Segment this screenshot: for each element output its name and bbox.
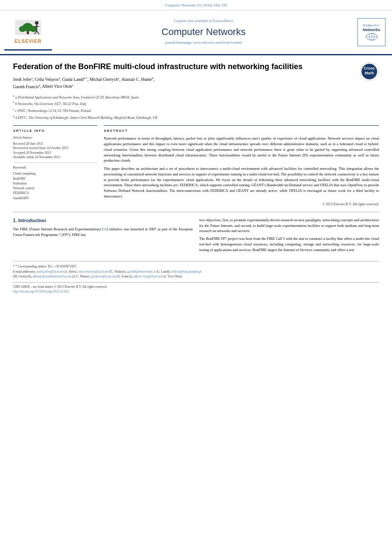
intro-para-right-2: The BonFIRE FP7 project was born from th… bbox=[199, 236, 379, 252]
email-albert: albert.vico@i2cat.net bbox=[134, 274, 162, 278]
contents-line: Contents lists available at ScienceDirec… bbox=[174, 19, 233, 24]
affiliations: a a Distributed Applications and Network… bbox=[13, 94, 379, 121]
email-jordi-name: (J. Jofre), bbox=[65, 270, 78, 274]
info-divider bbox=[13, 162, 97, 163]
journal-citation: Computer Networks 61 (2014) 184–195 bbox=[165, 3, 227, 7]
keyword-federation: Federation bbox=[13, 181, 97, 186]
intro-heading: 1. Introduction bbox=[13, 217, 193, 224]
keyword-bonfire: BonFIRE bbox=[13, 176, 97, 181]
revised-date: Received in revised form 14 October 2013 bbox=[13, 146, 97, 151]
svg-point-5 bbox=[35, 21, 38, 25]
intro-text-left: The FIRE (Future Internet Research and E… bbox=[13, 226, 193, 238]
intro-para-right-1: two objectives, first, to promote experi… bbox=[199, 217, 379, 234]
sciencedirect-link[interactable]: ScienceDirect bbox=[213, 19, 233, 23]
main-content: Federation of the BonFIRE multi-cloud in… bbox=[0, 55, 392, 301]
email-jordi: jordi.jofre@i2cat.net bbox=[37, 270, 64, 274]
journal-homepage: journal homepage: www.elsevier.com/locat… bbox=[165, 40, 242, 45]
affil-c: c c PSNC, Noskowskiego 12/14, 61-704 Poz… bbox=[13, 107, 379, 114]
intro-col-left: 1. Introduction The FIRE (Future Interne… bbox=[13, 217, 193, 255]
keywords-label: Keywords: bbox=[13, 166, 97, 170]
email-celia: celia.velayos@i2cat.net bbox=[78, 270, 108, 274]
footnote-emails: E-mail addresses: jordi.jofre@i2cat.net … bbox=[13, 269, 379, 279]
abstract-label: ABSTRACT bbox=[104, 128, 379, 133]
keyword-cloud-computing: Cloud computing bbox=[13, 171, 97, 176]
abstract-col: ABSTRACT Network performance in terms of… bbox=[104, 125, 379, 207]
intro-para-left: The FIRE (Future Internet Research and E… bbox=[13, 226, 193, 238]
email-label: E-mail addresses: bbox=[13, 270, 36, 274]
article-title-text: Federation of the BonFIRE multi-cloud in… bbox=[13, 62, 303, 71]
email-alhume-name: (A.C. Hume), bbox=[72, 274, 91, 278]
crossmark-logo: Cross Mark bbox=[360, 62, 379, 81]
journal-citation-bar: Computer Networks 61 (2014) 184–195 bbox=[0, 0, 392, 10]
elsevier-logo: ELSEVIER bbox=[4, 14, 52, 51]
email-mikus-name: (M. Giertych), bbox=[13, 274, 32, 278]
email-mikus: mikus@man.poznan.pl bbox=[172, 270, 201, 274]
intro-text-right: two objectives, first, to promote experi… bbox=[199, 217, 379, 253]
journal-center: Contents lists available at ScienceDirec… bbox=[52, 14, 355, 51]
affil-b: b b Nextworks, Via Livornese 1027, 56122… bbox=[13, 100, 379, 107]
keyword-network-control: Network control bbox=[13, 186, 97, 191]
affil-d: d d EPCC, The University of Edinburgh, J… bbox=[13, 114, 379, 121]
cn-logo-globe-icon bbox=[366, 33, 378, 41]
email-gfrancis: g.francis@ed.ac.uk bbox=[91, 274, 116, 278]
email-giada: g.landi@nextworks.it bbox=[127, 270, 155, 274]
intro-title: Introduction bbox=[18, 218, 46, 223]
abstract-text: Network performance in terms of throughp… bbox=[104, 136, 379, 199]
issn-line: 1389-1286/$ – see front matter © 2013 El… bbox=[13, 285, 379, 290]
abstract-box: ABSTRACT Network performance in terms of… bbox=[104, 125, 379, 207]
introduction-section: 1. Introduction The FIRE (Future Interne… bbox=[13, 217, 379, 255]
article-info-label: ARTICLE INFO bbox=[13, 128, 97, 133]
accepted-date: Accepted 20 November 2013 bbox=[13, 151, 97, 156]
article-info: ARTICLE INFO Article history: Received 2… bbox=[13, 125, 97, 201]
article-info-col: ARTICLE INFO Article history: Received 2… bbox=[13, 125, 97, 207]
intro-col-right: two objectives, first, to promote experi… bbox=[199, 217, 379, 255]
footer-area: * * Corresponding author. Tel.: +39 0503… bbox=[13, 261, 379, 279]
intro-number: 1. bbox=[13, 218, 17, 223]
svg-point-3 bbox=[19, 26, 26, 32]
affil-a: a a Distributed Applications and Network… bbox=[13, 94, 379, 100]
history-label: Article history: bbox=[13, 136, 97, 140]
email-giada-name: (G. Landi), bbox=[156, 270, 171, 274]
received-date: Received 28 June 2012 bbox=[13, 142, 97, 146]
contents-text: Contents lists available at bbox=[174, 19, 212, 23]
article-title: Federation of the BonFIRE multi-cloud in… bbox=[13, 62, 379, 72]
keyword-federica: FEDERICA bbox=[13, 191, 97, 195]
footnotes: * * Corresponding author. Tel.: +39 0503… bbox=[13, 264, 379, 279]
cn-logo-box: Computer Networks bbox=[357, 18, 386, 46]
email-gfrancis-name: (G. Francis), bbox=[117, 274, 134, 278]
abstract-para-1: Network performance in terms of throughp… bbox=[104, 136, 379, 163]
copyright: © 2013 Elsevier B.V. All rights reserved… bbox=[104, 202, 379, 207]
keyword-autobahn: AutoBAHN bbox=[13, 196, 97, 201]
homepage-url[interactable]: www.elsevier.com/locate/comnet bbox=[193, 40, 242, 45]
footnote-corresponding: * * Corresponding author. Tel.: +39 0503… bbox=[13, 264, 379, 269]
journal-title: Computer Networks bbox=[162, 25, 245, 39]
cite-16: 16 bbox=[103, 227, 107, 231]
author-gareth: Gareth Francisd bbox=[13, 84, 40, 89]
bottom-bar: 1389-1286/$ – see front matter © 2013 El… bbox=[13, 282, 379, 294]
email-albert-name: (A. Vico Oton). bbox=[163, 274, 183, 278]
journal-logo-right: Computer Networks bbox=[355, 14, 388, 51]
svg-point-4 bbox=[30, 26, 37, 32]
page: Computer Networks 61 (2014) 184–195 bbox=[0, 0, 392, 535]
article-body: ARTICLE INFO Article history: Received 2… bbox=[13, 125, 379, 207]
cn-logo-top: Computer bbox=[363, 23, 380, 28]
email-celia-name: (C. Velayos), bbox=[109, 270, 127, 274]
cn-logo-main: Networks bbox=[363, 28, 380, 32]
homepage-label: journal homepage: bbox=[165, 40, 193, 45]
section-divider bbox=[13, 212, 379, 212]
doi-line[interactable]: http://dx.doi.org/10.1016/j.bjp.2013.11.… bbox=[13, 290, 379, 294]
footnote-corresponding-text: * Corresponding author. Tel.: +39 050387… bbox=[16, 264, 77, 268]
svg-text:Cross: Cross bbox=[364, 66, 375, 70]
email-alhume: alhume@staffinailed.ed.ac.uk bbox=[32, 274, 71, 278]
abstract-para-2: This paper describes an architecture and… bbox=[104, 166, 379, 199]
elsevier-brand: ELSEVIER bbox=[15, 38, 41, 45]
journal-header: ELSEVIER Contents lists available at Sci… bbox=[0, 10, 392, 55]
svg-text:Mark: Mark bbox=[365, 71, 374, 75]
authors-line: Jordi Jofrea, Celia Velayosa, Giada Land… bbox=[13, 76, 379, 90]
available-date: Available online 24 November 2013 bbox=[13, 155, 97, 160]
